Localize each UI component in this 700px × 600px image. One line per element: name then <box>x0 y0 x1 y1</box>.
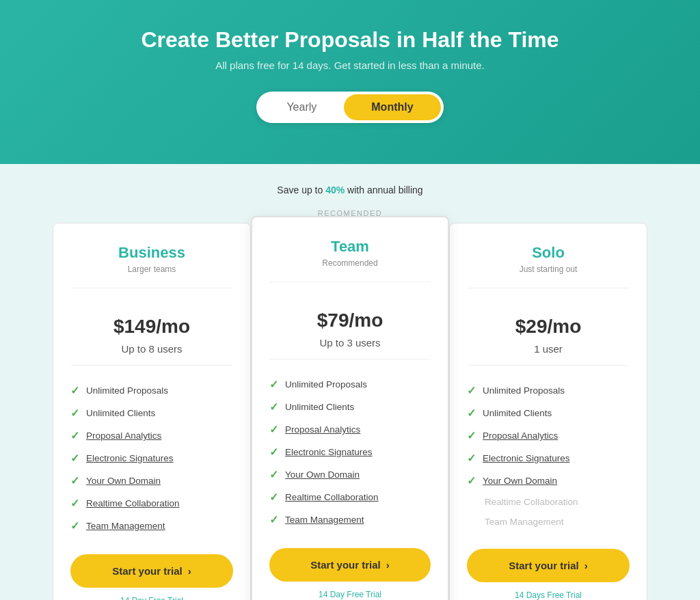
main-content: Save up to 40% with annual billing RECOM… <box>0 164 700 600</box>
solo-trial-note: 14 Days Free Trial <box>467 590 630 600</box>
header-section: Create Better Proposals in Half the Time… <box>0 0 700 164</box>
list-item: ✓Electronic Signatures <box>70 447 233 469</box>
team-trial-button[interactable]: Start your trial › <box>269 548 431 582</box>
list-item: ✓Unlimited Clients <box>467 402 630 424</box>
business-plan-pricing: $149/mo Up to 8 users <box>70 302 233 366</box>
list-item: ✓Unlimited Clients <box>269 396 431 418</box>
feature-link[interactable]: Your Own Domain <box>483 476 557 486</box>
team-trial-label: Start your trial <box>310 559 381 571</box>
list-item: ✓Unlimited Proposals <box>467 379 630 402</box>
team-plan-users: Up to 3 users <box>269 337 431 349</box>
solo-features-list: ✓Unlimited Proposals ✓Unlimited Clients … <box>467 379 630 532</box>
list-item: ✓Your Own Domain <box>467 469 630 492</box>
list-item: ✓Your Own Domain <box>269 463 431 486</box>
arrow-icon: › <box>584 560 588 571</box>
check-icon: ✓ <box>70 429 79 442</box>
team-plan-name: Team <box>269 238 431 256</box>
team-plan-header: Team Recommended <box>269 238 431 282</box>
check-icon: ✓ <box>467 429 476 442</box>
list-item: ✓Proposal Analytics <box>70 424 233 447</box>
check-icon: ✓ <box>467 407 476 420</box>
feature-link[interactable]: Your Own Domain <box>86 476 161 486</box>
savings-percent: 40% <box>325 185 345 195</box>
feature-link[interactable]: Realtime Collaboration <box>285 492 379 502</box>
feature-label: Unlimited Clients <box>285 402 354 412</box>
feature-link[interactable]: Proposal Analytics <box>86 431 161 441</box>
check-icon: ✓ <box>269 513 278 526</box>
list-item: ✓Unlimited Clients <box>70 402 233 424</box>
business-plan-users: Up to 8 users <box>70 343 233 355</box>
check-icon: ✓ <box>269 491 278 504</box>
billing-toggle: Yearly Monthly <box>256 92 443 123</box>
feature-label: Unlimited Proposals <box>285 379 367 390</box>
list-item: Team Management <box>467 512 630 532</box>
list-item: ✓Unlimited Proposals <box>269 373 431 396</box>
check-icon: ✓ <box>269 378 278 391</box>
list-item: ✓Proposal Analytics <box>269 418 431 441</box>
solo-plan-price: $29/mo <box>467 316 630 338</box>
solo-plan-pricing: $29/mo 1 user <box>467 302 630 366</box>
feature-label: Unlimited Proposals <box>483 385 565 396</box>
feature-link[interactable]: Electronic Signatures <box>86 453 174 463</box>
feature-label: Team Management <box>485 517 564 527</box>
solo-plan-card: Solo Just starting out $29/mo 1 user ✓Un… <box>449 223 647 600</box>
feature-label: Unlimited Clients <box>483 408 552 418</box>
solo-plan-header: Solo Just starting out <box>467 244 630 288</box>
feature-link[interactable]: Proposal Analytics <box>483 431 558 441</box>
arrow-icon: › <box>386 559 390 571</box>
check-icon: ✓ <box>269 446 278 459</box>
business-trial-label: Start your trial <box>112 565 183 577</box>
monthly-toggle-button[interactable]: Monthly <box>344 94 440 120</box>
business-features-list: ✓Unlimited Proposals ✓Unlimited Clients … <box>70 379 233 537</box>
yearly-toggle-button[interactable]: Yearly <box>259 94 344 120</box>
business-plan-header: Business Larger teams <box>70 244 233 288</box>
team-plan-subtitle: Recommended <box>269 258 431 268</box>
arrow-icon: › <box>188 565 191 577</box>
check-icon: ✓ <box>70 519 79 532</box>
team-features-list: ✓Unlimited Proposals ✓Unlimited Clients … <box>269 373 431 531</box>
feature-link[interactable]: Proposal Analytics <box>285 424 360 435</box>
list-item: ✓Realtime Collaboration <box>269 486 431 508</box>
savings-prefix: Save up to <box>277 185 325 195</box>
feature-link[interactable]: Your Own Domain <box>285 469 360 480</box>
business-plan-name: Business <box>70 244 233 262</box>
list-item: ✓Proposal Analytics <box>467 424 630 447</box>
solo-trial-button[interactable]: Start your trial › <box>467 549 630 582</box>
feature-link[interactable]: Electronic Signatures <box>483 453 570 463</box>
business-trial-note: 14 Day Free Trial <box>70 596 233 600</box>
check-icon: ✓ <box>269 423 278 436</box>
savings-suffix: with annual billing <box>345 185 422 195</box>
feature-link[interactable]: Team Management <box>86 521 165 531</box>
check-icon: ✓ <box>70 452 79 465</box>
team-plan-pricing: $79/mo Up to 3 users <box>269 296 431 359</box>
list-item: ✓Electronic Signatures <box>269 441 431 463</box>
feature-label: Unlimited Clients <box>86 408 155 418</box>
solo-plan-name: Solo <box>467 244 630 262</box>
team-plan-price: $79/mo <box>269 310 431 331</box>
check-icon: ✓ <box>467 384 476 397</box>
feature-label: Realtime Collaboration <box>485 497 578 507</box>
solo-plan-users: 1 user <box>467 343 630 355</box>
list-item: ✓Team Management <box>70 515 233 537</box>
billing-toggle-container: Yearly Monthly <box>14 92 686 123</box>
solo-plan-subtitle: Just starting out <box>467 264 630 274</box>
business-trial-button[interactable]: Start your trial › <box>70 554 233 588</box>
team-trial-note: 14 Day Free Trial <box>269 590 431 599</box>
header-subtitle: All plans free for 14 days. Get started … <box>14 59 686 71</box>
check-icon: ✓ <box>70 384 79 397</box>
check-icon: ✓ <box>467 452 476 465</box>
list-item: Realtime Collaboration <box>467 492 630 512</box>
feature-link[interactable]: Realtime Collaboration <box>86 498 180 508</box>
check-icon: ✓ <box>269 468 278 481</box>
feature-link[interactable]: Electronic Signatures <box>285 447 373 457</box>
business-plan-card: Business Larger teams $149/mo Up to 8 us… <box>53 223 251 600</box>
team-plan-card: Team Recommended $79/mo Up to 3 users ✓U… <box>251 216 449 600</box>
feature-label: Unlimited Proposals <box>86 385 168 396</box>
feature-link[interactable]: Team Management <box>285 515 364 525</box>
check-icon: ✓ <box>70 497 79 510</box>
business-plan-price: $149/mo <box>70 316 233 338</box>
list-item: ✓Electronic Signatures <box>467 447 630 469</box>
check-icon: ✓ <box>70 474 79 487</box>
savings-banner: Save up to 40% with annual billing <box>14 185 686 195</box>
check-icon: ✓ <box>70 407 79 420</box>
